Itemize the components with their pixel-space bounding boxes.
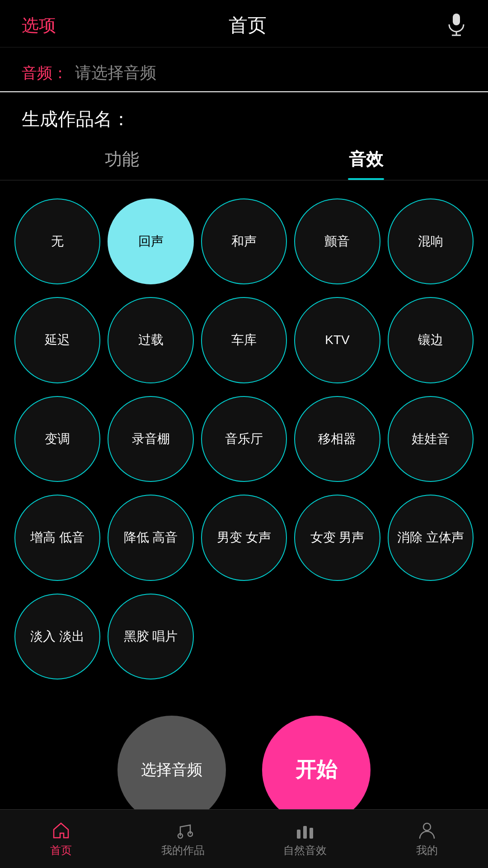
effects-grid: 无回声和声颤音混响延迟过载车库KTV镶边变调录音棚音乐厅移相器娃娃音增高 低音降… (0, 191, 488, 694)
effect-btn-harmony[interactable]: 和声 (201, 198, 287, 284)
nav-my-label: 我的 (416, 843, 438, 858)
svg-rect-5 (297, 830, 300, 839)
work-title-row: 生成作品名： (0, 92, 488, 139)
user-icon (417, 821, 437, 840)
svg-rect-0 (453, 14, 460, 25)
audio-select-row[interactable]: 音频： 请选择音频 (0, 47, 488, 92)
bars-icon (295, 821, 315, 840)
nav-home[interactable]: 首页 (0, 821, 122, 858)
effect-btn-boost_bass[interactable]: 增高 低音 (14, 495, 100, 580)
effect-btn-remove_stereo[interactable]: 消除 立体声 (388, 495, 474, 580)
options-button[interactable]: 选项 (22, 14, 56, 37)
effect-btn-phaser[interactable]: 移相器 (294, 396, 380, 482)
effect-btn-chipmunk[interactable]: 娃娃音 (388, 396, 474, 482)
audio-label: 音频： (22, 63, 68, 84)
page-title: 首页 (229, 13, 267, 38)
tab-function[interactable]: 功能 (0, 139, 244, 180)
effect-btn-reverb[interactable]: 混响 (388, 198, 474, 284)
effect-btn-reduce_treble[interactable]: 降低 高音 (108, 495, 193, 580)
effect-btn-delay[interactable]: 延迟 (14, 297, 100, 383)
effect-btn-studio[interactable]: 录音棚 (108, 396, 193, 482)
mic-button[interactable] (439, 13, 466, 38)
bottom-nav: 首页 我的作品 自然音效 我的 (0, 809, 488, 868)
svg-point-8 (423, 823, 431, 830)
tab-effects[interactable]: 音效 (244, 139, 488, 180)
home-icon (51, 821, 71, 840)
nav-natural-effects[interactable]: 自然音效 (244, 821, 366, 858)
tabs: 功能 音效 (0, 139, 488, 180)
effect-btn-echo[interactable]: 回声 (108, 198, 193, 284)
effect-btn-treble[interactable]: 颤音 (294, 198, 380, 284)
svg-rect-7 (310, 828, 313, 839)
mic-icon (446, 13, 466, 38)
effect-btn-overdrive[interactable]: 过载 (108, 297, 193, 383)
select-audio-button[interactable]: 选择音频 (117, 716, 226, 824)
effect-btn-concert[interactable]: 音乐厅 (201, 396, 287, 482)
start-button[interactable]: 开始 (262, 716, 371, 824)
effect-btn-male_to_female[interactable]: 男变 女声 (201, 495, 287, 580)
nav-my-works-label: 我的作品 (161, 843, 205, 858)
header: 选项 首页 (0, 0, 488, 47)
effect-btn-fade[interactable]: 淡入 淡出 (14, 594, 100, 679)
effect-btn-garage[interactable]: 车库 (201, 297, 287, 383)
nav-my[interactable]: 我的 (366, 821, 488, 858)
effect-btn-vinyl[interactable]: 黑胶 唱片 (108, 594, 193, 679)
nav-natural-effects-label: 自然音效 (283, 843, 327, 858)
effect-btn-none[interactable]: 无 (14, 198, 100, 284)
effect-btn-transpose[interactable]: 变调 (14, 396, 100, 482)
music-icon (173, 821, 193, 840)
nav-home-label: 首页 (50, 843, 72, 858)
effect-btn-border[interactable]: 镶边 (388, 297, 474, 383)
nav-my-works[interactable]: 我的作品 (122, 821, 244, 858)
effect-btn-female_to_male[interactable]: 女变 男声 (294, 495, 380, 580)
work-title-label: 生成作品名： (22, 109, 130, 129)
audio-placeholder: 请选择音频 (75, 62, 156, 84)
effect-btn-ktv[interactable]: KTV (294, 297, 380, 383)
svg-rect-6 (303, 826, 307, 839)
